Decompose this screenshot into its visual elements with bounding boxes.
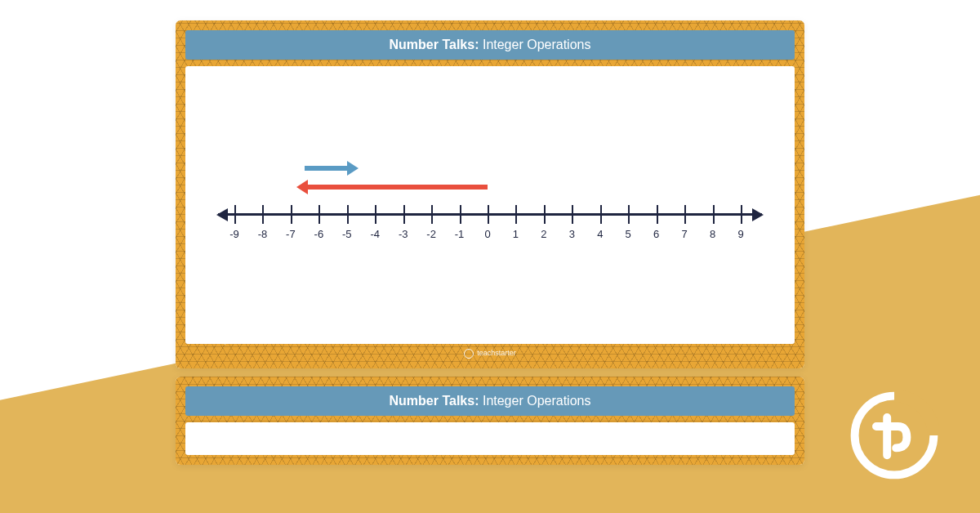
- card-content: -9-8-7-6-5-4-3-2-10123456789: [185, 66, 795, 344]
- blue-arrow: [305, 166, 349, 171]
- header-title-rest: Integer Operations: [479, 38, 590, 51]
- card-pattern-border: Number Talks: Integer Operations: [176, 377, 804, 465]
- tick: [544, 205, 546, 224]
- tick: [572, 205, 573, 224]
- tick-label: 5: [626, 228, 631, 240]
- tick-label: -8: [258, 228, 268, 240]
- speech-bubble-tail: [225, 328, 244, 345]
- tick-label: 1: [513, 228, 519, 240]
- tick-label: 8: [710, 228, 715, 240]
- axis-line: [218, 213, 762, 216]
- card-content: [185, 422, 795, 455]
- axis-arrow-right-icon: [752, 208, 764, 221]
- tick-label: -4: [370, 228, 380, 240]
- card-pattern-border: Number Talks: Integer Operations -9-8-7-…: [176, 20, 804, 368]
- tick: [403, 205, 405, 224]
- brand-footer: teachstarter: [185, 344, 795, 359]
- worksheet-card-1: Number Talks: Integer Operations -9-8-7-…: [176, 20, 804, 368]
- tick: [488, 205, 489, 224]
- tick-label: 6: [653, 228, 659, 240]
- tick: [741, 205, 742, 224]
- tick: [234, 205, 236, 224]
- tick: [628, 205, 630, 224]
- card-header: Number Talks: Integer Operations: [185, 30, 795, 60]
- header-title-rest: Integer Operations: [479, 394, 590, 408]
- tick-label: 3: [569, 228, 575, 240]
- tick-label: 9: [737, 228, 743, 240]
- red-arrow: [306, 185, 488, 190]
- tick-label: -2: [426, 228, 436, 240]
- tick-label: -1: [455, 228, 465, 240]
- tick-label: -5: [342, 228, 352, 240]
- card-header: Number Talks: Integer Operations: [185, 386, 795, 416]
- tick: [318, 205, 320, 224]
- tick-label: -9: [229, 228, 239, 240]
- tick: [684, 205, 686, 224]
- brand-logo-icon: [849, 390, 939, 480]
- tick: [713, 205, 715, 224]
- tick: [291, 205, 292, 224]
- tick: [657, 205, 658, 224]
- header-title-bold: Number Talks:: [390, 38, 479, 51]
- worksheet-card-2: Number Talks: Integer Operations: [176, 377, 804, 465]
- tick-label: -3: [399, 228, 408, 240]
- tick: [375, 205, 376, 224]
- tick-label: 2: [541, 228, 546, 240]
- tick-label: 0: [484, 228, 490, 240]
- tick: [431, 205, 433, 224]
- axis-arrow-left-icon: [216, 208, 228, 221]
- header-title-bold: Number Talks:: [390, 394, 479, 408]
- tick: [262, 205, 264, 224]
- tick: [347, 205, 349, 224]
- tick-label: -6: [314, 228, 324, 240]
- tick-label: 7: [681, 228, 687, 240]
- tick: [600, 205, 602, 224]
- tick-label: -7: [286, 228, 296, 240]
- tick: [460, 205, 461, 224]
- card-stack: Number Talks: Integer Operations -9-8-7-…: [176, 20, 804, 473]
- tick-label: 4: [597, 228, 603, 240]
- tick: [515, 205, 517, 224]
